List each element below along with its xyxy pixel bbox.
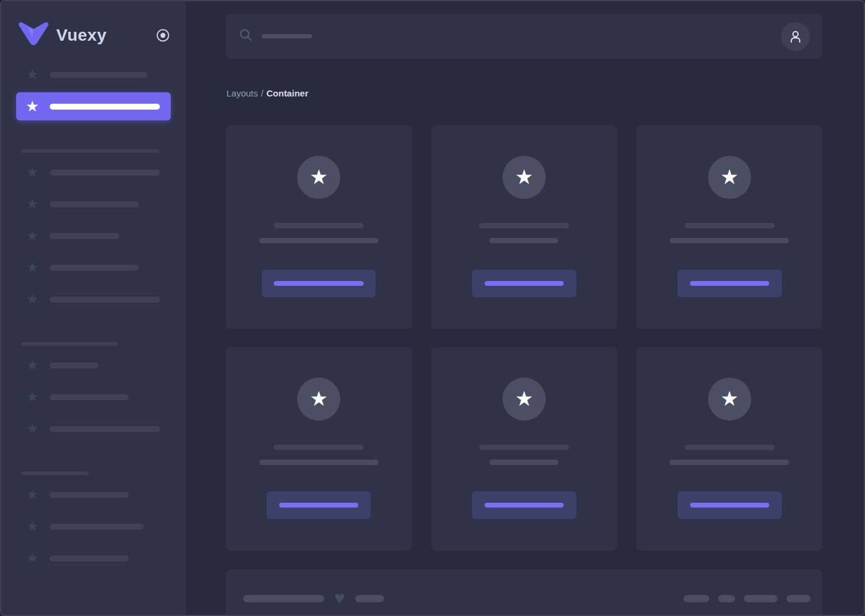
card-subtitle-placeholder [489, 460, 558, 465]
card-title-placeholder [685, 445, 775, 450]
card-avatar: ★ [297, 378, 340, 421]
card-avatar: ★ [297, 156, 340, 199]
menu-label-placeholder [50, 233, 119, 239]
star-icon: ★ [25, 292, 40, 306]
star-icon: ★ [720, 388, 738, 410]
breadcrumb: Layouts / Container [226, 87, 822, 99]
user-avatar-button[interactable] [781, 22, 810, 51]
bottom-card: ♥ [226, 569, 822, 615]
sidebar-item-active[interactable]: ★ [16, 92, 171, 120]
star-icon: ★ [25, 165, 40, 179]
sidebar-menu-slot: ★ [1, 283, 186, 315]
sidebar-menu-slot: ★ [1, 542, 186, 574]
heart-icon[interactable]: ♥ [334, 589, 345, 607]
breadcrumb-separator: / [261, 88, 264, 98]
menu-label-placeholder [50, 72, 147, 78]
breadcrumb-current: Container [267, 88, 309, 98]
star-icon: ★ [310, 167, 328, 189]
card-subtitle-placeholder [670, 460, 789, 465]
section-label-placeholder [21, 342, 118, 346]
sidebar-item[interactable]: ★ [16, 351, 171, 379]
search-bar[interactable] [226, 14, 822, 59]
sidebar-menu-slot: ★ [1, 381, 186, 413]
star-icon: ★ [25, 68, 40, 81]
sidebar-item[interactable]: ★ [16, 285, 171, 313]
footer-right-group [683, 595, 810, 602]
menu-label-placeholder [50, 170, 160, 176]
menu-label-placeholder [50, 104, 160, 110]
sidebar-menu-slot: ★ [1, 511, 186, 542]
button-label-placeholder [274, 281, 364, 286]
sidebar-item[interactable]: ★ [16, 512, 171, 540]
sidebar-menu-slot: ★ [1, 59, 186, 90]
star-icon: ★ [25, 99, 40, 114]
card-button[interactable] [267, 491, 371, 519]
star-icon: ★ [25, 197, 40, 211]
star-icon: ★ [25, 390, 40, 404]
star-icon: ★ [25, 551, 40, 565]
sidebar-item[interactable]: ★ [16, 415, 171, 443]
card-subtitle-placeholder [670, 238, 789, 243]
star-icon: ★ [310, 388, 328, 410]
footer-placeholder-bar [683, 595, 709, 602]
footer-placeholder-bar [718, 595, 735, 602]
bottom-card-row: ♥ [243, 590, 810, 608]
sidebar-menu-slot: ★ [1, 156, 186, 188]
footer-placeholder-bar [355, 595, 384, 602]
star-icon: ★ [515, 388, 533, 410]
footer-placeholder-bar [243, 595, 324, 602]
sidebar-menu-slot: ★ [1, 413, 186, 445]
section-label-placeholder [21, 149, 159, 153]
menu-label-placeholder [50, 265, 139, 271]
card: ★ [431, 347, 618, 551]
sidebar-menu-slot: ★ [1, 188, 186, 220]
sidebar-item[interactable]: ★ [16, 222, 171, 250]
button-label-placeholder [279, 503, 358, 508]
sidebar-item[interactable]: ★ [16, 61, 171, 89]
sidebar: Vuexy ★★★★★★★★★★★★★ [1, 1, 186, 615]
menu-label-placeholder [50, 524, 144, 530]
sidebar-item[interactable]: ★ [16, 481, 171, 509]
card-title-placeholder [479, 445, 569, 450]
star-icon: ★ [25, 422, 40, 436]
card-avatar: ★ [503, 378, 546, 421]
card-title-placeholder [274, 223, 364, 228]
card: ★ [226, 125, 412, 329]
footer-placeholder-bar [744, 595, 778, 602]
card: ★ [226, 347, 412, 551]
card: ★ [431, 125, 618, 329]
card-button[interactable] [678, 491, 782, 519]
card-button[interactable] [262, 270, 376, 297]
radio-circle-icon [156, 28, 170, 43]
footer-placeholder-bar [787, 595, 810, 602]
menu-label-placeholder [50, 297, 160, 303]
card-title-placeholder [274, 445, 364, 450]
card: ★ [636, 347, 822, 551]
card-button[interactable] [472, 491, 576, 519]
sidebar-item[interactable]: ★ [16, 253, 171, 282]
sidebar-item[interactable]: ★ [16, 544, 171, 572]
button-label-placeholder [690, 503, 769, 508]
sidebar-menu-slot: ★ [1, 220, 186, 252]
sidebar-item[interactable]: ★ [16, 383, 171, 411]
menu-label-placeholder [50, 426, 160, 432]
search-icon [239, 28, 253, 44]
menu-section-divider [1, 315, 186, 349]
card-subtitle-placeholder [489, 238, 558, 243]
menu-section-divider [1, 445, 186, 479]
app-frame: Vuexy ★★★★★★★★★★★★★ [0, 0, 865, 616]
footer-left-group: ♥ [243, 590, 384, 608]
card-button[interactable] [472, 270, 576, 297]
button-label-placeholder [485, 503, 564, 508]
star-icon: ★ [25, 229, 40, 243]
sidebar-item[interactable]: ★ [16, 158, 171, 186]
menu-section-divider [1, 122, 186, 156]
card-avatar: ★ [708, 156, 751, 199]
sidebar-item[interactable]: ★ [16, 190, 171, 218]
menu-label-placeholder [50, 363, 98, 369]
sidebar-toggle[interactable] [156, 28, 170, 43]
card-button[interactable] [678, 270, 782, 297]
search-placeholder-bar [262, 34, 312, 38]
cards-grid: ★★★★★★ [226, 125, 822, 551]
breadcrumb-parent[interactable]: Layouts [226, 88, 258, 98]
